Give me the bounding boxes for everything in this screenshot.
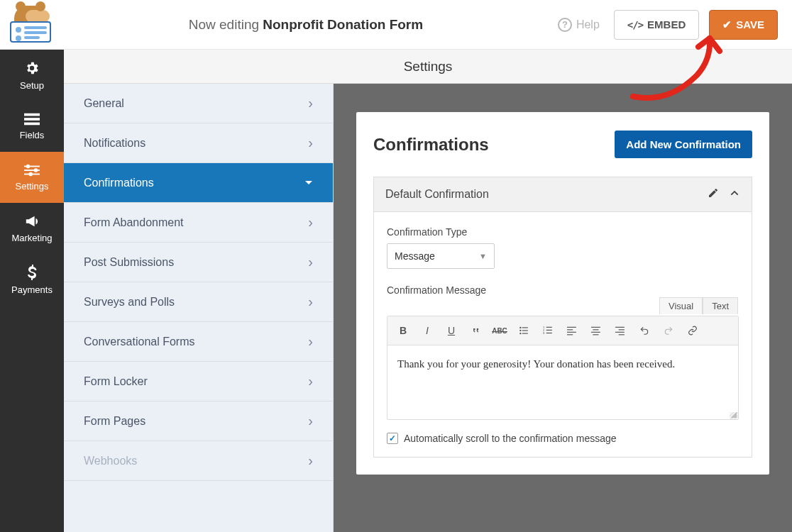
confirmation-header: Default Confirmation — [374, 177, 752, 212]
settings-menu-form-pages[interactable]: Form Pages› — [64, 401, 333, 441]
svg-rect-28 — [593, 334, 598, 335]
svg-rect-2 — [24, 122, 40, 125]
sliders-icon — [24, 164, 40, 177]
svg-rect-22 — [567, 329, 573, 330]
align-center-button[interactable] — [586, 321, 606, 340]
auto-scroll-label: Automatically scroll to the confirmation… — [404, 433, 617, 444]
embed-icon: </> — [627, 19, 643, 31]
bullet-list-button[interactable] — [514, 321, 534, 340]
blockquote-button[interactable] — [466, 321, 485, 340]
svg-rect-16 — [546, 327, 552, 328]
svg-point-8 — [28, 172, 33, 176]
help-label: Help — [576, 18, 600, 31]
settings-menu-post-submissions[interactable]: Post Submissions› — [64, 243, 333, 282]
confirmation-box: Default Confirmation Confirmation Type M… — [373, 177, 752, 458]
settings-menu-form-abandonment[interactable]: Form Abandonment› — [64, 203, 333, 243]
chevron-down-icon — [304, 174, 313, 191]
help-icon: ? — [558, 18, 572, 32]
settings-menu-notifications[interactable]: Notifications› — [64, 123, 333, 163]
svg-point-6 — [26, 164, 31, 168]
rail-item-setup[interactable]: Setup — [0, 50, 64, 101]
rail-item-marketing[interactable]: Marketing — [0, 203, 64, 254]
italic-button[interactable]: I — [417, 321, 437, 340]
gear-icon — [24, 60, 40, 76]
underline-button[interactable]: U — [441, 321, 461, 340]
svg-rect-27 — [591, 332, 600, 333]
svg-point-13 — [519, 333, 521, 334]
chevron-right-icon: › — [308, 453, 313, 469]
svg-rect-25 — [591, 327, 600, 328]
svg-rect-29 — [615, 327, 625, 328]
settings-menu-surveys-polls[interactable]: Surveys and Polls› — [64, 282, 333, 322]
numbered-list-button[interactable]: 123 — [538, 321, 558, 340]
svg-rect-14 — [522, 333, 528, 334]
panel-container: Confirmations Add New Confirmation Defau… — [334, 84, 792, 532]
left-rail: Setup Fields Settings Marketing Payments — [0, 50, 64, 532]
chevron-down-icon: ▼ — [479, 252, 487, 260]
embed-button[interactable]: </> EMBED — [614, 10, 699, 40]
wpforms-logo — [7, 6, 54, 44]
settings-menu-form-locker[interactable]: Form Locker› — [64, 362, 333, 401]
chevron-right-icon: › — [308, 333, 313, 350]
editor-toolbar: B I U ABC 123 — [387, 316, 738, 345]
help-link[interactable]: ? Help — [558, 18, 600, 32]
rail-label-fields: Fields — [20, 130, 45, 140]
rail-label-settings: Settings — [16, 181, 49, 192]
msg-label: Confirmation Message — [387, 284, 739, 296]
tab-text[interactable]: Text — [703, 297, 738, 314]
save-button[interactable]: ✔ SAVE — [709, 10, 778, 40]
bold-button[interactable]: B — [393, 321, 413, 340]
tab-visual[interactable]: Visual — [659, 297, 703, 314]
chevron-right-icon: › — [308, 373, 313, 389]
edit-icon[interactable] — [708, 187, 719, 201]
svg-rect-24 — [567, 334, 573, 335]
link-button[interactable] — [683, 321, 703, 340]
type-select[interactable]: Message ▼ — [387, 243, 495, 269]
settings-menu-confirmations[interactable]: Confirmations — [64, 163, 333, 203]
workarea: General› Notifications› Confirmations Fo… — [64, 84, 792, 532]
type-label: Confirmation Type — [387, 226, 739, 238]
check-icon: ✔ — [722, 18, 732, 31]
panel-head: Confirmations Add New Confirmation — [373, 131, 752, 158]
align-left-button[interactable] — [562, 321, 582, 340]
svg-rect-26 — [593, 329, 598, 330]
auto-scroll-checkbox[interactable]: ✓ — [387, 433, 398, 444]
strikethrough-button[interactable]: ABC — [490, 321, 510, 340]
rail-label-setup: Setup — [20, 80, 44, 91]
list-icon — [24, 113, 40, 126]
svg-rect-18 — [546, 330, 552, 331]
settings-menu-conversational-forms[interactable]: Conversational Forms› — [64, 322, 333, 362]
add-confirmation-button[interactable]: Add New Confirmation — [615, 131, 752, 158]
chevron-right-icon: › — [308, 95, 313, 111]
editor-content[interactable]: Thank you for your generosity! Your dona… — [387, 345, 738, 412]
settings-menu-general[interactable]: General› — [64, 84, 333, 123]
subheader-title: Settings — [404, 59, 453, 74]
rail-item-payments[interactable]: Payments — [0, 254, 64, 305]
page-title: Now editing Nonprofit Donation Form — [54, 17, 558, 33]
dollar-icon — [27, 265, 37, 280]
redo-button[interactable] — [659, 321, 678, 340]
topbar: Now editing Nonprofit Donation Form ? He… — [0, 0, 792, 50]
confirmation-name: Default Confirmation — [385, 188, 489, 201]
auto-scroll-row[interactable]: ✓ Automatically scroll to the confirmati… — [387, 433, 739, 444]
svg-rect-32 — [619, 334, 625, 335]
svg-point-7 — [34, 168, 38, 172]
svg-rect-10 — [522, 327, 528, 328]
align-right-button[interactable] — [610, 321, 630, 340]
svg-rect-12 — [522, 330, 528, 331]
undo-button[interactable] — [634, 321, 654, 340]
editing-prefix: Now editing — [189, 17, 259, 32]
chevron-right-icon: › — [308, 413, 313, 429]
type-value: Message — [395, 250, 435, 262]
embed-label: EMBED — [647, 18, 686, 31]
collapse-icon[interactable] — [729, 187, 740, 201]
chevron-right-icon: › — [308, 294, 313, 310]
resize-handle[interactable] — [387, 412, 738, 419]
rich-editor: Visual Text B I U ABC — [387, 316, 739, 420]
content: Settings General› Notifications› Confirm… — [64, 50, 792, 532]
rail-item-settings[interactable]: Settings — [0, 152, 64, 203]
settings-menu-webhooks[interactable]: Webhooks› — [64, 441, 333, 481]
rail-item-fields[interactable]: Fields — [0, 101, 64, 152]
svg-rect-21 — [567, 327, 576, 328]
settings-menu: General› Notifications› Confirmations Fo… — [64, 84, 334, 532]
